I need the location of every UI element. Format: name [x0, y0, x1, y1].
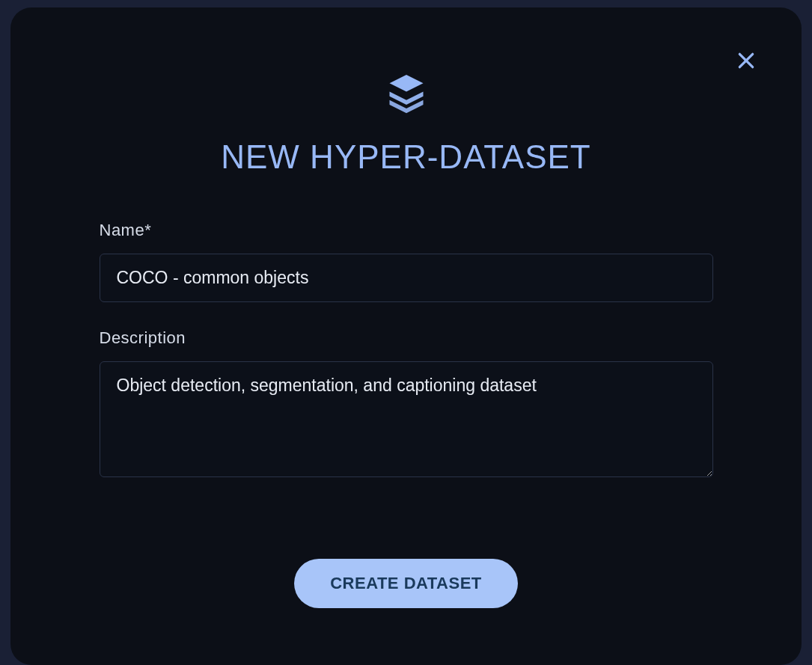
- modal-footer: CREATE DATASET: [63, 559, 749, 608]
- name-input[interactable]: [100, 254, 713, 302]
- dataset-form: Name* Description: [100, 221, 713, 506]
- description-field-group: Description: [100, 328, 713, 480]
- modal-title: NEW HYPER-DATASET: [221, 138, 591, 176]
- description-input[interactable]: [100, 361, 713, 477]
- close-button[interactable]: [734, 49, 758, 73]
- svg-marker-2: [389, 75, 423, 92]
- description-label: Description: [100, 328, 713, 348]
- layers-icon: [384, 71, 429, 116]
- create-dataset-button[interactable]: CREATE DATASET: [294, 559, 518, 608]
- name-label: Name*: [100, 221, 713, 240]
- name-field-group: Name*: [100, 221, 713, 302]
- close-icon: [736, 51, 756, 70]
- new-hyper-dataset-modal: NEW HYPER-DATASET Name* Description CREA…: [10, 7, 802, 665]
